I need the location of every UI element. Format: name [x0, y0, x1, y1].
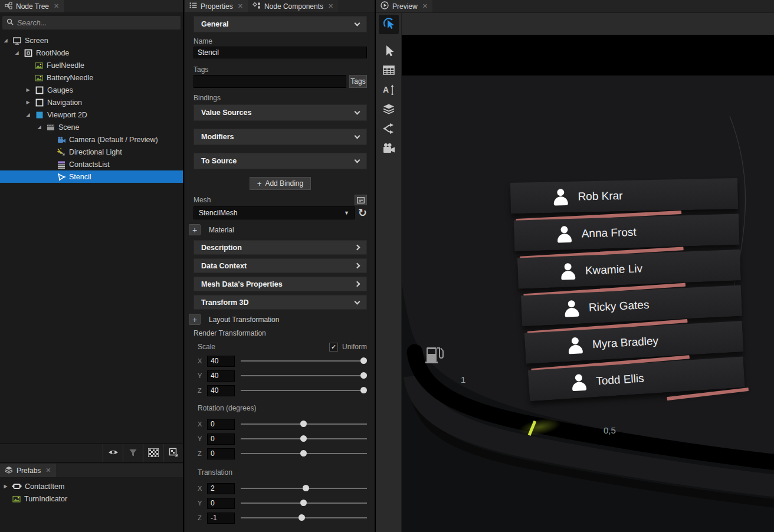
- tree-item-fuelneedle[interactable]: FuelNeedle: [0, 59, 183, 71]
- svg-text:A: A: [383, 85, 389, 94]
- section-description[interactable]: Description: [194, 240, 367, 255]
- checker-view-button[interactable]: [143, 444, 163, 462]
- tree-item-batteryneedle[interactable]: BatteryNeedle: [0, 71, 183, 84]
- tool-connections[interactable]: [379, 120, 399, 139]
- panel-divider[interactable]: [183, 0, 184, 532]
- tree-item-label: Stencil: [69, 173, 91, 181]
- uniform-checkbox[interactable]: ✓: [329, 343, 338, 352]
- scale-z-field[interactable]: [207, 385, 235, 396]
- tab-prefabs[interactable]: Prefabs ✕: [0, 464, 56, 477]
- translation-z-field[interactable]: [207, 513, 235, 524]
- tree-item-camera[interactable]: Camera (Default / Preview): [0, 133, 183, 146]
- section-modifiers[interactable]: Modifiers: [194, 129, 367, 145]
- section-mesh-data-properties[interactable]: Mesh Data's Properties: [194, 277, 367, 291]
- section-value-sources[interactable]: Value Sources: [194, 104, 367, 121]
- tags-field[interactable]: [194, 75, 346, 88]
- visibility-button[interactable]: [103, 444, 123, 462]
- prefab-item-turnindicator[interactable]: TurnIndicator: [0, 492, 183, 505]
- tree-item-rootnode[interactable]: ◢ RootNode: [0, 47, 183, 59]
- prefab-item-contactitem[interactable]: ▶ ContactItem: [0, 480, 183, 492]
- contact-card[interactable]: Rob Krar: [510, 178, 738, 214]
- rotation-z-slider[interactable]: [241, 448, 367, 459]
- rotation-x-slider[interactable]: [241, 419, 367, 429]
- translation-x-field[interactable]: [207, 483, 235, 494]
- tab-properties[interactable]: Properties ✕: [185, 0, 248, 12]
- expander-icon[interactable]: ◢: [36, 124, 42, 130]
- rotation-z-field[interactable]: [207, 448, 235, 459]
- contact-card[interactable]: Anna Frost: [514, 214, 739, 251]
- tab-preview[interactable]: Preview ✕: [376, 0, 432, 12]
- tool-interact[interactable]: [379, 15, 399, 34]
- expander-icon[interactable]: ▶: [2, 484, 9, 489]
- expander-icon[interactable]: ◢: [2, 38, 9, 43]
- search-input[interactable]: Search...: [2, 16, 181, 29]
- tree-item-gauges[interactable]: ▶ Gauges: [0, 84, 183, 96]
- contact-card[interactable]: Myra Bradley: [524, 321, 743, 364]
- mesh-dropdown[interactable]: StencilMesh ▼: [194, 206, 355, 219]
- slider-track: [241, 390, 367, 391]
- section-data-context[interactable]: Data Context: [194, 258, 367, 273]
- expander-icon[interactable]: ◢: [14, 50, 20, 55]
- name-field[interactable]: [194, 47, 367, 58]
- section-label: Modifiers: [201, 133, 234, 141]
- close-icon[interactable]: ✕: [54, 2, 59, 10]
- slider-knob[interactable]: [303, 485, 309, 491]
- tree-item-contactslist[interactable]: ContactsList: [0, 158, 183, 170]
- close-icon[interactable]: ✕: [238, 2, 243, 10]
- scale-x-slider[interactable]: [241, 356, 367, 366]
- close-icon[interactable]: ✕: [45, 467, 51, 474]
- translation-z-slider[interactable]: [241, 513, 367, 523]
- close-icon[interactable]: ✕: [328, 2, 333, 10]
- slider-knob[interactable]: [300, 450, 307, 457]
- tool-camera[interactable]: [379, 139, 399, 159]
- section-to-source[interactable]: To Source: [194, 153, 367, 169]
- tool-grid[interactable]: [379, 61, 399, 81]
- add-binding-button[interactable]: + Add Binding: [250, 177, 311, 190]
- tool-select[interactable]: [379, 42, 399, 61]
- scale-y-slider[interactable]: [241, 370, 367, 381]
- tree-item-stencil[interactable]: Stencil: [0, 170, 183, 183]
- translation-y-slider[interactable]: [241, 498, 367, 508]
- scale-z-slider[interactable]: [241, 385, 367, 396]
- expander-icon[interactable]: ◢: [25, 112, 31, 117]
- rotation-x-row: X: [194, 419, 367, 429]
- slider-knob[interactable]: [299, 514, 305, 521]
- slider-knob[interactable]: [360, 387, 367, 393]
- scale-y-field[interactable]: [207, 370, 235, 382]
- slider-knob[interactable]: [360, 357, 367, 364]
- translation-x-slider[interactable]: [241, 483, 367, 494]
- tool-text-size[interactable]: A: [379, 81, 399, 100]
- rotation-y-field[interactable]: [207, 434, 235, 445]
- tree-item-scene[interactable]: ◢ Scene: [0, 121, 183, 133]
- node-components-tab-icon: [252, 2, 261, 11]
- tags-button[interactable]: Tags: [349, 75, 367, 88]
- contact-card[interactable]: Todd Ellis: [528, 357, 745, 401]
- filter-button[interactable]: [123, 444, 143, 462]
- slider-knob[interactable]: [300, 435, 307, 442]
- tree-item-screen[interactable]: ◢ Screen: [0, 34, 183, 47]
- section-label: Transform 3D: [201, 298, 249, 307]
- expander-icon[interactable]: ▶: [25, 87, 31, 93]
- tab-node-tree[interactable]: Node Tree ✕: [0, 0, 64, 12]
- section-general[interactable]: General: [194, 16, 367, 32]
- slider-knob[interactable]: [300, 421, 307, 427]
- slider-knob[interactable]: [300, 500, 307, 506]
- expand-layout-transformation-button[interactable]: +: [189, 314, 201, 325]
- revert-icon[interactable]: ↻: [358, 206, 367, 219]
- tree-item-viewport-2d[interactable]: ◢ Viewport 2D: [0, 109, 183, 121]
- expand-material-button[interactable]: +: [189, 224, 201, 235]
- tool-layers[interactable]: [379, 100, 399, 120]
- rotation-x-field[interactable]: [207, 419, 235, 430]
- tab-node-components[interactable]: Node Components ✕: [248, 0, 338, 12]
- expander-icon[interactable]: ▶: [25, 100, 31, 105]
- scale-x-field[interactable]: [207, 356, 235, 367]
- tree-item-navigation[interactable]: ▶ Navigation: [0, 96, 183, 109]
- section-transform-3d[interactable]: Transform 3D: [194, 295, 367, 310]
- close-icon[interactable]: ✕: [422, 2, 428, 10]
- slider-knob[interactable]: [360, 372, 367, 379]
- translation-y-field[interactable]: [207, 498, 235, 509]
- rotation-y-slider[interactable]: [241, 434, 367, 444]
- tree-item-directional-light[interactable]: Directional Light: [0, 146, 183, 158]
- blend-mode-button[interactable]: [163, 444, 183, 462]
- mesh-editor-button[interactable]: [355, 195, 367, 205]
